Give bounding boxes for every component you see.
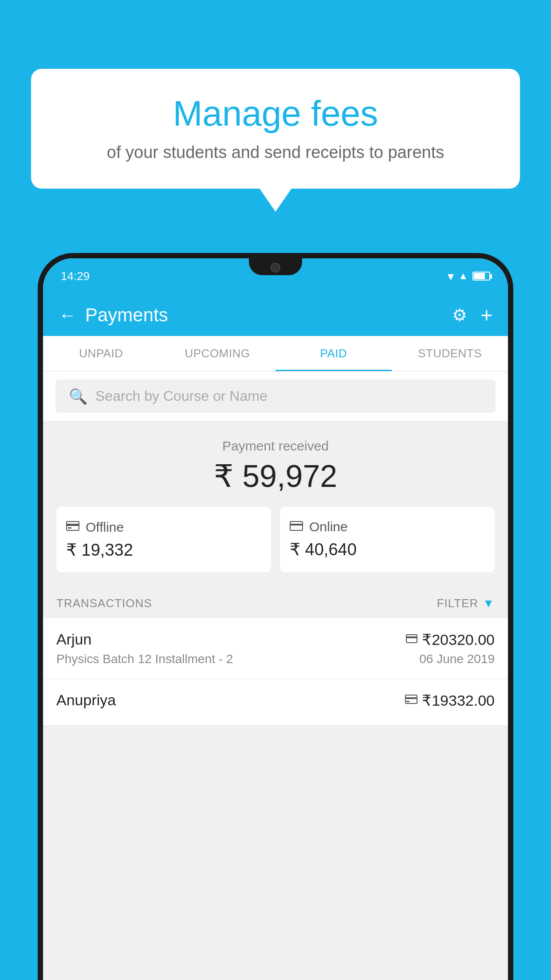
page-title: Payments bbox=[85, 304, 168, 326]
wifi-icon bbox=[448, 269, 454, 284]
speech-bubble: Manage fees of your students and send re… bbox=[31, 69, 520, 189]
app-header: ← Payments ⚙ + bbox=[43, 294, 508, 336]
transaction-amount-2: ₹19332.00 bbox=[422, 692, 495, 709]
transaction-row-content: Arjun ₹20320.00 bbox=[56, 631, 495, 648]
status-time: 14:29 bbox=[61, 269, 90, 283]
svg-rect-2 bbox=[68, 527, 71, 529]
svg-rect-7 bbox=[405, 695, 417, 703]
svg-rect-3 bbox=[290, 522, 303, 530]
tab-upcoming[interactable]: UPCOMING bbox=[159, 336, 276, 371]
transaction-name-2: Anupriya bbox=[56, 692, 116, 709]
online-icon bbox=[290, 520, 303, 534]
svg-rect-4 bbox=[290, 524, 303, 526]
filter-icon: ▼ bbox=[483, 597, 495, 610]
battery-fill bbox=[474, 273, 485, 279]
online-card: Online ₹ 40,640 bbox=[280, 507, 495, 572]
phone-frame: 14:29 ← Payments ⚙ + bbox=[38, 253, 513, 980]
online-card-header: Online bbox=[290, 519, 485, 534]
card-icon bbox=[406, 633, 417, 646]
transaction-row[interactable]: Anupriya ₹19332.00 bbox=[43, 679, 508, 726]
bubble-title: Manage fees bbox=[58, 93, 493, 134]
payment-cards: Offline ₹ 19,332 Online bbox=[56, 507, 495, 572]
filter-button[interactable]: FILTER ▼ bbox=[437, 597, 495, 610]
search-icon: 🔍 bbox=[69, 387, 87, 405]
offline-card: Offline ₹ 19,332 bbox=[56, 507, 271, 572]
tab-unpaid[interactable]: UNPAID bbox=[43, 336, 159, 371]
transactions-header: TRANSACTIONS FILTER ▼ bbox=[43, 585, 508, 618]
phone-notch bbox=[249, 258, 302, 275]
offline-payment-icon bbox=[405, 693, 417, 707]
transaction-amount: ₹20320.00 bbox=[422, 631, 495, 648]
status-icons bbox=[448, 269, 490, 284]
svg-rect-8 bbox=[405, 697, 417, 699]
transaction-row[interactable]: Arjun ₹20320.00 Physics Batch 12 Install… bbox=[43, 618, 508, 679]
offline-icon bbox=[66, 519, 79, 535]
bubble-subtitle: of your students and send receipts to pa… bbox=[58, 143, 493, 162]
payment-label: Payment received bbox=[56, 439, 495, 454]
status-bar: 14:29 bbox=[43, 258, 508, 294]
search-input[interactable]: Search by Course or Name bbox=[95, 388, 268, 404]
payment-received-section: Payment received ₹ 59,972 bbox=[43, 421, 508, 585]
signal-icon bbox=[458, 270, 468, 282]
header-right: ⚙ + bbox=[452, 305, 492, 325]
payment-amount: ₹ 59,972 bbox=[56, 458, 495, 494]
back-button[interactable]: ← bbox=[59, 306, 76, 324]
battery-icon bbox=[472, 272, 490, 281]
camera bbox=[271, 263, 280, 273]
header-left: ← Payments bbox=[59, 304, 168, 326]
transaction-row-content-2: Anupriya ₹19332.00 bbox=[56, 692, 495, 709]
svg-rect-1 bbox=[67, 524, 79, 526]
online-amount: ₹ 40,640 bbox=[290, 540, 485, 559]
tab-paid[interactable]: PAID bbox=[276, 336, 392, 371]
search-bar[interactable]: 🔍 Search by Course or Name bbox=[55, 379, 496, 413]
online-type: Online bbox=[309, 519, 348, 534]
transaction-sub: Physics Batch 12 Installment - 2 06 June… bbox=[56, 652, 495, 666]
search-container: 🔍 Search by Course or Name bbox=[43, 371, 508, 421]
offline-amount: ₹ 19,332 bbox=[66, 540, 261, 560]
transaction-amount-right: ₹20320.00 bbox=[406, 631, 495, 648]
transaction-course: Physics Batch 12 Installment - 2 bbox=[56, 652, 233, 666]
transaction-date: 06 June 2019 bbox=[419, 652, 495, 666]
svg-rect-6 bbox=[406, 636, 417, 638]
transaction-name: Arjun bbox=[56, 631, 91, 648]
offline-card-header: Offline bbox=[66, 519, 261, 535]
tabs-bar: UNPAID UPCOMING PAID STUDENTS bbox=[43, 336, 508, 371]
gear-icon[interactable]: ⚙ bbox=[452, 305, 467, 325]
svg-rect-5 bbox=[406, 635, 417, 643]
content-area: 🔍 Search by Course or Name Payment recei… bbox=[43, 371, 508, 980]
svg-rect-9 bbox=[406, 701, 409, 702]
transaction-amount-right-2: ₹19332.00 bbox=[405, 692, 495, 709]
offline-type: Offline bbox=[86, 520, 124, 535]
filter-label: FILTER bbox=[437, 597, 479, 610]
transactions-label: TRANSACTIONS bbox=[56, 597, 152, 610]
phone-screen: 14:29 ← Payments ⚙ + bbox=[43, 258, 508, 980]
tab-students[interactable]: STUDENTS bbox=[392, 336, 508, 371]
add-button[interactable]: + bbox=[480, 305, 492, 325]
